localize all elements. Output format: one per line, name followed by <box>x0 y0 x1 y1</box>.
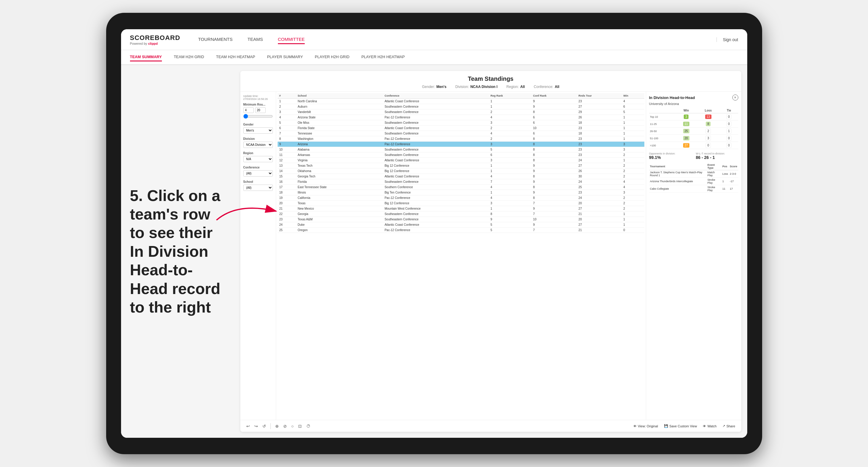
table-row[interactable]: 1 North Carolina Atlantic Coast Conferen… <box>278 99 644 104</box>
nav-tournaments[interactable]: TOURNAMENTS <box>198 35 232 44</box>
min-rounds-max-input[interactable] <box>255 107 266 113</box>
conference-select[interactable]: (All) <box>243 170 273 177</box>
table-row[interactable]: 22 Georgia Southeastern Conference 8 7 2… <box>278 212 644 217</box>
table-row[interactable]: 10 Alabama Southeastern Conference 5 8 2… <box>278 147 644 152</box>
clock-icon[interactable]: ⏱ <box>306 424 310 429</box>
add-icon[interactable]: ⊕ <box>275 424 279 429</box>
sign-out-button[interactable]: Sign out <box>716 37 738 42</box>
sub-nav-team-h2h-heatmap[interactable]: TEAM H2H HEATMAP <box>216 53 255 61</box>
cell-rank: 12 <box>278 158 296 163</box>
sub-nav-player-h2h-grid[interactable]: PLAYER H2H GRID <box>315 53 349 61</box>
filter-conference-value: All <box>555 85 559 89</box>
cell-reg-rank: 1 <box>489 206 531 212</box>
cell-school: Arizona <box>296 142 382 147</box>
h2h-title: In Division Head-to-Head <box>649 95 695 100</box>
redo-icon[interactable]: ↪ <box>254 424 258 429</box>
school-filter-label: School <box>243 180 273 183</box>
table-area: # School Conference Reg Rank Conf Rank R… <box>276 92 646 420</box>
tournament-type: Match Play <box>707 170 722 178</box>
min-rounds-input[interactable] <box>243 107 254 113</box>
school-select[interactable]: (All) <box>243 185 273 191</box>
save-custom-view-button[interactable]: 💾 Save Custom View <box>664 424 697 428</box>
table-row[interactable]: Top 10 3 13 0 <box>649 113 738 121</box>
h2h-tie-cell: 0 <box>720 121 738 128</box>
table-row[interactable]: 2 Auburn Southeastern Conference 1 9 27 … <box>278 104 644 110</box>
sub-nav-team-h2h-grid[interactable]: TEAM H2H GRID <box>174 53 204 61</box>
list-item[interactable]: Jackson T. Stephens Cup Men's Match-Play… <box>649 170 738 178</box>
cell-school: East Tennessee State <box>296 185 382 190</box>
cell-school: Oregon <box>296 227 382 233</box>
grid-icon[interactable]: ⊡ <box>298 424 302 429</box>
cell-reg-rank: 1 <box>489 168 531 174</box>
table-row[interactable]: 3 Vanderbilt Southeastern Conference 2 8… <box>278 110 644 115</box>
cell-conference: Pac-12 Conference <box>383 115 489 120</box>
region-select[interactable]: N/A <box>243 156 273 162</box>
table-row[interactable]: 11-25 11 8 0 <box>649 121 738 128</box>
table-row[interactable]: 17 East Tennessee State Southern Confere… <box>278 185 644 190</box>
table-row[interactable]: 4 Arizona State Pac-12 Conference 4 6 26… <box>278 115 644 120</box>
view-original-button[interactable]: 👁 View: Original <box>633 424 658 428</box>
circle-icon[interactable]: ○ <box>291 424 294 429</box>
table-row[interactable]: 11 Arkansas Southeastern Conference 6 8 … <box>278 152 644 158</box>
table-row[interactable]: 24 Duke Atlantic Coast Conference 5 9 27… <box>278 222 644 227</box>
panel-title: Team Standings <box>246 75 735 82</box>
cell-win: 1 <box>622 158 644 163</box>
table-row[interactable]: 20 Texas Big 12 Conference 3 7 20 2 <box>278 201 644 206</box>
table-row[interactable]: 16 Florida Southeastern Conference 7 9 2… <box>278 179 644 185</box>
cell-rank: 17 <box>278 185 296 190</box>
nav-teams[interactable]: TEAMS <box>247 35 263 44</box>
cell-rds: 23 <box>577 142 621 147</box>
save-custom-label: Save Custom View <box>670 424 697 428</box>
table-row[interactable]: 15 Georgia Tech Atlantic Coast Conferenc… <box>278 174 644 179</box>
cell-conf-rank: 9 <box>531 190 577 195</box>
filter-section-gender: Gender Men's <box>243 123 273 134</box>
table-row[interactable]: 9 Arizona Pac-12 Conference 3 8 23 3 <box>278 142 644 147</box>
h2h-row-label: 11-25 <box>649 121 676 128</box>
cell-conf-rank: 7 <box>531 227 577 233</box>
table-row[interactable]: 25 Oregon Pac-12 Conference 5 7 21 0 <box>278 227 644 233</box>
sub-nav-player-h2h-heatmap[interactable]: PLAYER H2H HEATMAP <box>362 53 405 61</box>
cell-school: Duke <box>296 222 382 227</box>
table-row[interactable]: >100 27 0 0 <box>649 142 738 149</box>
table-row[interactable]: 14 Oklahoma Big 12 Conference 1 9 26 2 <box>278 168 644 174</box>
division-select[interactable]: NCAA Division I <box>243 142 273 148</box>
min-rounds-slider[interactable] <box>243 114 273 119</box>
table-row[interactable]: 13 Texas Tech Big 12 Conference 1 9 27 2 <box>278 163 644 168</box>
table-row[interactable]: 5 Ole Miss Southeastern Conference 3 6 1… <box>278 120 644 126</box>
table-row[interactable]: 21 New Mexico Mountain West Conference 1… <box>278 206 644 212</box>
cell-conference: Southeastern Conference <box>383 147 489 152</box>
sub-nav-team-summary[interactable]: TEAM SUMMARY <box>130 53 162 61</box>
nav-links: TOURNAMENTS TEAMS COMMITTEE <box>198 35 716 44</box>
gender-select[interactable]: Men's <box>243 127 273 134</box>
h2h-tie-cell: 0 <box>720 135 738 142</box>
cell-conf-rank: 6 <box>531 120 577 126</box>
annotation-area: 5. Click on a team's row to see their In… <box>121 65 235 438</box>
tournament-pos: Loss <box>721 170 729 178</box>
nav-committee[interactable]: COMMITTEE <box>278 35 305 44</box>
table-row[interactable]: 12 Virginia Atlantic Coast Conference 3 … <box>278 158 644 163</box>
table-row[interactable]: 8 Washington Pac-12 Conference 2 8 23 1 <box>278 136 644 142</box>
cell-win: 2 <box>622 206 644 212</box>
cell-school: New Mexico <box>296 206 382 212</box>
table-row[interactable]: 23 Texas A&M Southeastern Conference 9 1… <box>278 217 644 222</box>
cell-conference: Southeastern Conference <box>383 110 489 115</box>
cell-win: 4 <box>622 179 644 185</box>
table-row[interactable]: 26-50 25 2 1 <box>649 128 738 135</box>
table-row[interactable]: 18 Illinois Big Ten Conference 1 9 23 3 <box>278 190 644 195</box>
remove-icon[interactable]: ⊘ <box>283 424 287 429</box>
col-conference: Conference <box>383 93 489 99</box>
watch-button[interactable]: 👁 Watch <box>703 424 716 428</box>
table-row[interactable]: 51-100 20 3 0 <box>649 135 738 142</box>
undo-icon[interactable]: ↩ <box>246 424 250 429</box>
reset-icon[interactable]: ↺ <box>262 424 266 429</box>
list-item[interactable]: Arizona Thunderbirds Intercollegiate Str… <box>649 178 738 185</box>
table-row[interactable]: 6 Florida State Atlantic Coast Conferenc… <box>278 126 644 131</box>
table-row[interactable]: 7 Tennessee Southeastern Conference 4 6 … <box>278 131 644 136</box>
cell-rank: 20 <box>278 201 296 206</box>
sub-nav-player-summary[interactable]: PLAYER SUMMARY <box>267 53 303 61</box>
table-row[interactable]: 19 California Pac-12 Conference 4 8 24 2 <box>278 195 644 201</box>
list-item[interactable]: Cabo Collegiate Stroke Play 11 17 <box>649 185 738 193</box>
h2h-close-button[interactable]: × <box>732 95 738 100</box>
cell-win: 1 <box>622 212 644 217</box>
share-button[interactable]: ↗ Share <box>722 424 735 428</box>
